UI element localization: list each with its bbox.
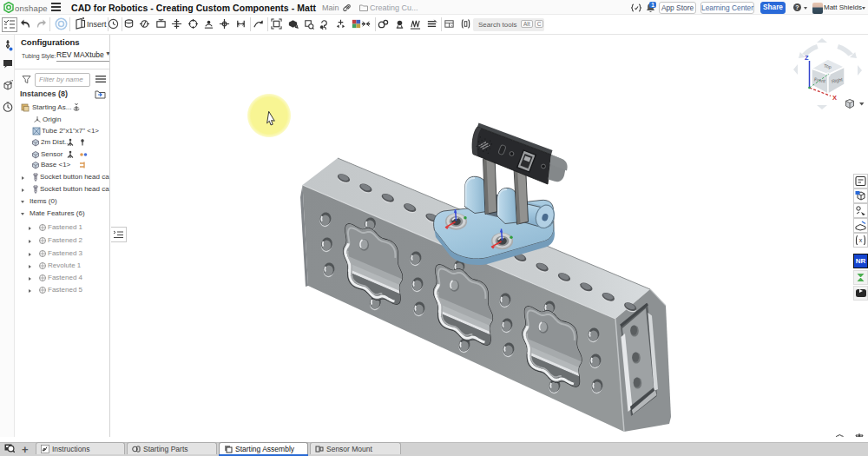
svg-text:x: x <box>859 237 863 243</box>
svg-text:Z: Z <box>805 54 809 62</box>
svg-text:X: X <box>832 94 837 102</box>
